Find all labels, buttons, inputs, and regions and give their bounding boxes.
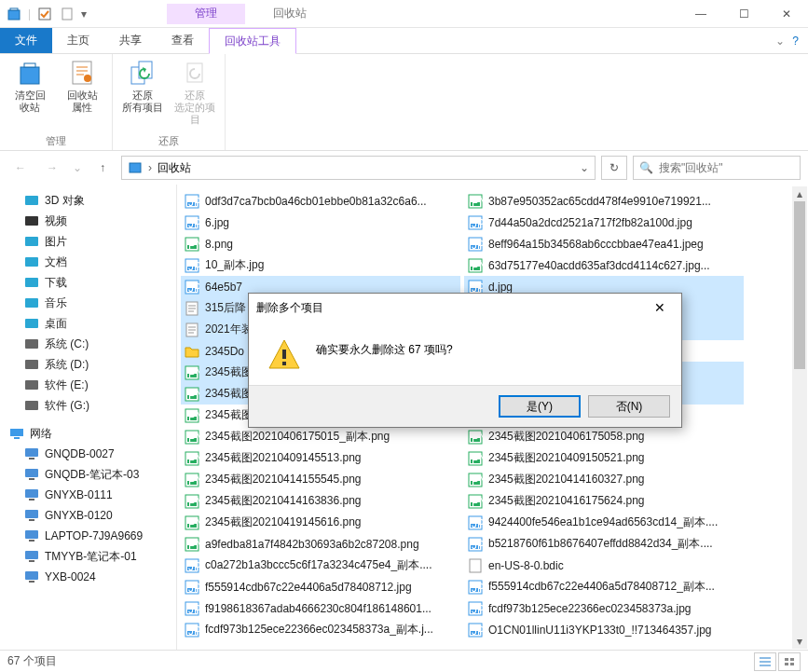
tab-share[interactable]: 共享 — [104, 28, 157, 53]
tree-item[interactable]: 软件 (G:) — [0, 395, 176, 416]
tree-computer-item[interactable]: TMYYB-笔记本-01 — [0, 546, 176, 567]
tree-item[interactable]: 音乐 — [0, 293, 176, 313]
tab-recycle-tools[interactable]: 回收站工具 — [209, 28, 296, 54]
view-large-icons-button[interactable] — [778, 652, 801, 671]
tree-item[interactable]: 桌面 — [0, 313, 176, 334]
tab-view[interactable]: 查看 — [157, 28, 209, 53]
file-item[interactable]: JPG0df3d7ca7bcb0a46cb01ebbe0b81a32c6a6..… — [181, 190, 460, 212]
navigation-tree[interactable]: 3D 对象视频图片文档下载音乐桌面系统 (C:)系统 (D:)软件 (E:)软件… — [0, 185, 177, 650]
tree-network[interactable]: 网络 — [0, 423, 176, 444]
scroll-thumb[interactable] — [794, 201, 805, 369]
file-item[interactable]: PNG2345截图20210414160327.png — [464, 469, 744, 490]
refresh-button[interactable]: ↻ — [601, 156, 627, 180]
file-item[interactable]: JPG8eff964a15b34568ab6cccbbae47ea41.jpeg — [464, 233, 744, 254]
file-item[interactable]: JPGfcdf973b125ece22366ec023458373a.jpg — [464, 597, 744, 619]
tree-computer-item[interactable]: GNQDB-0027 — [0, 444, 176, 464]
file-item[interactable]: JPG6.jpg — [181, 212, 460, 233]
tree-item[interactable]: 下载 — [0, 272, 176, 293]
tree-item-label: YXB-0024 — [45, 570, 96, 583]
svg-text:JPG: JPG — [472, 217, 483, 230]
search-input[interactable] — [659, 161, 799, 174]
scroll-down-icon[interactable]: ▾ — [792, 634, 807, 649]
file-item[interactable]: JPG7d44a50a2dcd2521a717f2fb82a100d.jpg — [464, 212, 744, 233]
tree-computer-item[interactable]: GNYXB-0120 — [0, 505, 176, 526]
tree-computer-item[interactable]: YXB-0024 — [0, 567, 176, 587]
search-box[interactable]: 🔍 — [633, 156, 801, 180]
tree-item[interactable]: 软件 (E:) — [0, 375, 176, 395]
properties-icon[interactable] — [59, 6, 75, 22]
svg-rect-34 — [29, 540, 34, 542]
tree-item-label: 系统 (D:) — [45, 357, 89, 373]
qat-dropdown-icon[interactable]: ▾ — [81, 7, 87, 21]
file-name: c0a272b1a3bccc5c6f17a3234c475e4_副本.... — [205, 557, 432, 573]
file-item[interactable]: JPGb5218760f61b8676407effdd8842d34_副本...… — [464, 533, 744, 555]
tree-computer-item[interactable]: LAPTOP-7J9A9669 — [0, 526, 176, 546]
maximize-button[interactable]: ☐ — [722, 0, 765, 28]
restore-all-button[interactable]: 还原 所有项目 — [120, 58, 165, 132]
dialog-close-button[interactable]: ✕ — [646, 300, 674, 315]
file-item[interactable]: JPGc0a272b1a3bccc5c6f17a3234c475e4_副本...… — [181, 555, 460, 576]
nav-forward-button[interactable]: → — [39, 155, 65, 181]
jpg-icon: JPG — [185, 258, 199, 273]
recycle-properties-button[interactable]: 回收站 属性 — [60, 58, 104, 132]
file-item[interactable]: PNG63d75177e40acdd635af3dcd4114c627.jpg.… — [464, 254, 744, 276]
file-item[interactable]: JPG10_副本.jpg — [181, 254, 460, 276]
tree-computer-item[interactable]: GNYXB-0111 — [0, 485, 176, 505]
svg-rect-0 — [8, 10, 20, 20]
ribbon-collapse-icon[interactable]: ⌄ — [775, 34, 785, 48]
file-item[interactable]: JPG9424400fe546ea1b1ce94ad6563cd14_副本...… — [464, 512, 744, 533]
tab-file[interactable]: 文件 — [0, 28, 52, 53]
computer-icon — [24, 528, 39, 543]
file-item[interactable]: PNGa9fedba81a7f4842b30693a6b2c87208.png — [181, 533, 460, 555]
folder-icon — [24, 398, 39, 413]
file-item[interactable]: PNG2345截图20210406175015_副本.png — [181, 426, 460, 447]
file-item[interactable]: JPGf9198618367adab4666230c804f186148601.… — [181, 597, 460, 619]
file-item[interactable]: PNG2345截图20210414155545.png — [181, 469, 460, 490]
scroll-up-icon[interactable]: ▴ — [792, 186, 807, 201]
tree-computer-item[interactable]: GNQDB-笔记本-03 — [0, 464, 176, 485]
file-item[interactable]: PNG2345截图20210414163836.png — [181, 490, 460, 512]
restore-selected-button[interactable]: 还原 选定的项目 — [172, 58, 217, 132]
tree-item[interactable]: 视频 — [0, 211, 176, 231]
nav-recent-dropdown[interactable]: ⌄ — [71, 155, 84, 181]
nav-up-button[interactable]: ↑ — [89, 155, 116, 181]
dialog-no-button[interactable]: 否(N) — [588, 395, 670, 418]
view-details-button[interactable] — [754, 652, 776, 671]
checkbox-icon[interactable] — [36, 6, 53, 22]
nav-back-button[interactable]: ← — [7, 155, 34, 181]
svg-rect-13 — [25, 216, 38, 226]
breadcrumb[interactable]: 回收站 — [157, 160, 191, 176]
address-dropdown-icon[interactable]: ⌄ — [580, 161, 589, 174]
tree-item[interactable]: 系统 (D:) — [0, 354, 176, 375]
file-item[interactable]: en-US-8-0.bdic — [464, 555, 744, 576]
breadcrumb-chevron-icon[interactable]: › — [148, 161, 152, 174]
tree-item[interactable]: 文档 — [0, 252, 176, 272]
file-item[interactable]: PNG8.png — [181, 233, 460, 254]
address-bar[interactable]: › 回收站 ⌄ — [121, 156, 596, 180]
minimize-button[interactable]: — — [679, 0, 722, 28]
file-item[interactable]: PNG2345截图20210409145513.png — [181, 447, 460, 469]
dialog-yes-button[interactable]: 是(Y) — [499, 395, 581, 418]
tab-home[interactable]: 主页 — [52, 28, 104, 53]
file-item[interactable]: PNG2345截图20210406175058.png — [464, 426, 744, 447]
file-item[interactable]: PNG2345截图20210419145616.png — [181, 512, 460, 533]
file-name: 9424400fe546ea1b1ce94ad6563cd14_副本.... — [488, 514, 718, 530]
tree-item[interactable]: 图片 — [0, 231, 176, 252]
file-item[interactable]: PNG3b87e950352ac65cdd478f4e9910e719921..… — [464, 190, 744, 212]
file-item[interactable]: JPGf555914cdb67c22e4406a5d78408712_副本... — [464, 576, 744, 597]
file-item[interactable]: JPGO1CN01llinU11i3YKP133t0_!!713464357.j… — [464, 619, 744, 640]
file-item[interactable]: JPGfcdf973b125ece22366ec023458373a_副本.j.… — [181, 619, 460, 640]
recycle-bin-icon — [128, 159, 143, 177]
tree-item[interactable]: 3D 对象 — [0, 190, 176, 211]
empty-recycle-button[interactable]: 清空回 收站 — [7, 58, 52, 132]
vertical-scrollbar[interactable]: ▴ ▾ — [792, 186, 807, 649]
file-item[interactable]: JPGf555914cdb67c22e4406a5d78408712.jpg — [181, 576, 460, 597]
close-button[interactable]: ✕ — [765, 0, 808, 28]
dialog-titlebar[interactable]: 删除多个项目 ✕ — [249, 294, 681, 322]
svg-text:PNG: PNG — [188, 367, 199, 380]
file-item[interactable]: PNG2345截图20210409150521.png — [464, 447, 744, 469]
tree-item[interactable]: 系统 (C:) — [0, 334, 176, 354]
svg-text:JPG: JPG — [188, 582, 199, 595]
file-item[interactable]: PNG2345截图20210416175624.png — [464, 490, 744, 512]
help-icon[interactable]: ? — [792, 34, 799, 48]
